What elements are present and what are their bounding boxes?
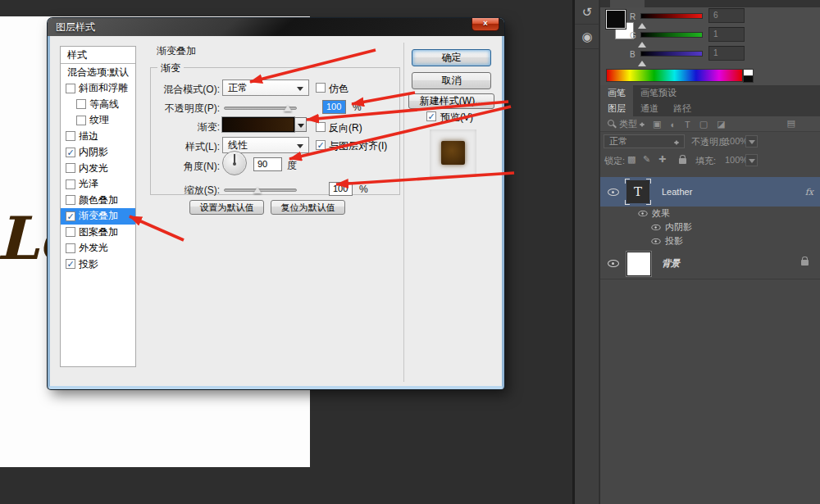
checkbox[interactable] — [66, 179, 75, 189]
lock-position-icon[interactable]: ✚ — [658, 154, 666, 165]
checkbox[interactable] — [66, 84, 75, 93]
checkbox[interactable] — [66, 227, 75, 237]
reset-default-button[interactable]: 复位为默认值 — [271, 200, 345, 215]
close-button[interactable]: × — [472, 18, 499, 31]
sidebar-item[interactable]: 纹理 — [61, 112, 135, 129]
scale-input[interactable]: 100 — [329, 182, 353, 196]
text-layer-thumbnail[interactable]: T — [626, 180, 649, 203]
black-swatch[interactable] — [743, 75, 754, 83]
visibility-eye-icon[interactable] — [651, 225, 660, 230]
channel-slider[interactable] — [640, 51, 703, 57]
scale-slider[interactable] — [224, 188, 297, 192]
pixel-layer-filter-icon[interactable]: ▣ — [653, 119, 661, 129]
layer-effects-fx-badge[interactable]: fx — [805, 187, 813, 198]
opacity-slider-thumb[interactable] — [284, 101, 292, 111]
visibility-eye-icon[interactable] — [608, 260, 619, 267]
layer-name[interactable]: Leather — [662, 187, 692, 197]
styles-header-item[interactable]: 样式 — [61, 47, 135, 63]
visibility-eye-icon[interactable] — [638, 211, 647, 216]
sidebar-item[interactable]: 图案叠加 — [61, 225, 135, 241]
channel-slider[interactable] — [640, 13, 703, 19]
channel-slider-thumb[interactable] — [638, 19, 646, 29]
dialog-titlebar[interactable]: 图层样式 × — [48, 18, 504, 36]
sidebar-item[interactable]: 等高线 — [61, 97, 135, 113]
visibility-eye-icon[interactable] — [608, 188, 619, 196]
angle-dial[interactable] — [222, 151, 247, 175]
tab-画笔[interactable]: 画笔 — [600, 85, 633, 101]
channel-slider[interactable] — [640, 32, 703, 38]
checkbox[interactable]: ✓ — [66, 259, 75, 269]
history-panel-icon[interactable]: ↺ — [575, 0, 599, 25]
fill-dropdown-button[interactable] — [745, 154, 758, 166]
smart-object-filter-icon[interactable]: ◪ — [717, 119, 725, 129]
checkbox[interactable] — [76, 99, 86, 109]
sidebar-item[interactable]: 描边 — [61, 129, 135, 145]
sidebar-item[interactable]: 光泽 — [61, 176, 135, 193]
tab-图层[interactable]: 图层 — [600, 101, 633, 116]
properties-panel-icon[interactable]: ◉ — [575, 25, 599, 49]
visibility-eye-icon[interactable] — [651, 238, 660, 244]
tab-通道[interactable]: 通道 — [633, 101, 666, 116]
layer-name[interactable]: 背景 — [662, 257, 680, 270]
lock-pixels-icon[interactable]: ✎ — [643, 154, 650, 165]
new-style-button[interactable]: 新建样式(W)... — [408, 93, 494, 109]
align-checkbox[interactable]: ✓ — [316, 140, 326, 150]
shape-layer-filter-icon[interactable]: ▢ — [699, 119, 708, 129]
sidebar-item[interactable]: ✓投影 — [61, 257, 135, 273]
color-spectrum-ramp[interactable] — [606, 69, 743, 82]
channel-slider-thumb[interactable] — [638, 38, 646, 48]
tab-画笔预设[interactable]: 画笔预设 — [633, 85, 684, 101]
checkbox[interactable] — [66, 163, 75, 173]
sidebar-item[interactable]: 颜色叠加 — [61, 193, 135, 209]
lock-all-icon[interactable] — [679, 158, 686, 164]
type-layer-filter-icon[interactable]: T — [685, 120, 690, 129]
sidebar-item-blending-options[interactable]: 混合选项:默认 — [61, 64, 135, 80]
checkbox[interactable] — [76, 116, 86, 125]
lock-transparency-icon[interactable]: ▩ — [627, 154, 636, 165]
dither-checkbox[interactable] — [316, 83, 326, 93]
effects-group-row[interactable]: 效果 — [600, 207, 820, 220]
checkbox[interactable] — [66, 243, 75, 253]
opacity-slider[interactable] — [224, 107, 297, 110]
adjustment-layer-filter-icon[interactable]: ◐ — [670, 120, 676, 129]
preview-checkbox[interactable]: ✓ — [426, 111, 436, 121]
set-default-button[interactable]: 设置为默认值 — [189, 200, 264, 215]
sidebar-item[interactable]: ✓渐变叠加 — [61, 208, 135, 225]
ok-button[interactable]: 确定 — [412, 49, 491, 66]
channel-value[interactable]: 6 — [708, 8, 745, 23]
layer-opacity-dropdown-button[interactable] — [745, 135, 758, 148]
effect-row[interactable]: 投影 — [600, 234, 820, 248]
gradient-swatch[interactable] — [222, 117, 294, 132]
layer-row-leather[interactable]: T Leather fx — [600, 177, 820, 207]
checkbox[interactable] — [66, 195, 75, 205]
sidebar-item[interactable]: ✓内阴影 — [61, 144, 135, 161]
checkbox[interactable]: ✓ — [66, 148, 75, 157]
tab-路径[interactable]: 路径 — [666, 101, 699, 116]
layer-blend-mode-dropdown[interactable]: 正常 — [604, 134, 685, 148]
opacity-input[interactable]: 100 — [322, 100, 346, 114]
sidebar-item[interactable]: 内发光 — [61, 161, 135, 177]
checkbox[interactable] — [66, 131, 75, 141]
layer-row-background[interactable]: 背景 — [600, 249, 820, 278]
fill-value[interactable]: 100% — [725, 155, 748, 165]
cancel-button[interactable]: 取消 — [412, 72, 491, 89]
sidebar-item[interactable]: 斜面和浮雕 — [61, 80, 135, 97]
gradient-picker-button[interactable] — [294, 117, 307, 132]
scale-slider-thumb[interactable] — [253, 183, 262, 193]
background-layer-thumbnail[interactable] — [626, 252, 651, 276]
checkbox[interactable]: ✓ — [66, 211, 75, 221]
effect-row[interactable]: 内阴影 — [600, 220, 820, 234]
foreground-color-swatch[interactable] — [606, 10, 626, 29]
panel-options-icon[interactable]: ▤ — [787, 118, 795, 129]
color-panel-tab[interactable] — [610, 0, 645, 7]
updown-arrows-icon[interactable] — [640, 120, 646, 129]
reverse-checkbox[interactable] — [316, 122, 326, 132]
filter-kind-label[interactable]: 类型 — [619, 118, 637, 130]
sidebar-item[interactable]: 外发光 — [61, 240, 135, 257]
layer-opacity-value[interactable]: 100% — [725, 136, 748, 146]
angle-input[interactable]: 90 — [253, 157, 282, 171]
channel-value[interactable]: 1 — [708, 46, 745, 61]
blend-mode-dropdown[interactable]: 正常 — [222, 79, 309, 96]
channel-slider-thumb[interactable] — [638, 57, 646, 66]
channel-value[interactable]: 1 — [708, 27, 745, 42]
